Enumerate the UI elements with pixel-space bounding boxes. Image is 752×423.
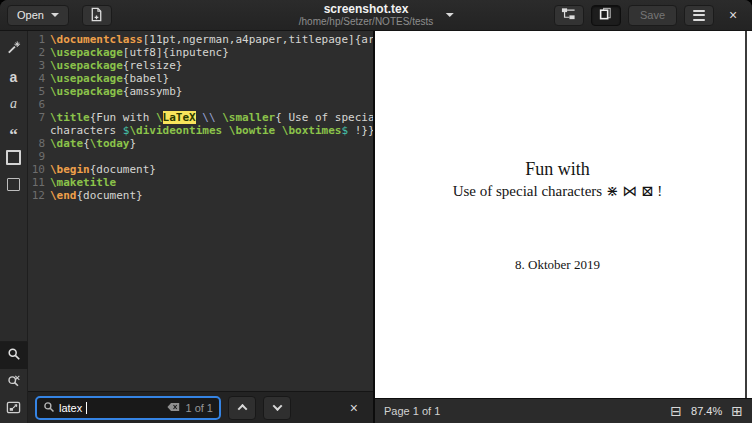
square-outline-icon <box>7 178 20 191</box>
italic-a-icon: a <box>10 96 17 112</box>
search-input[interactable]: latex 1 of 1 <box>35 396 221 420</box>
document-path: /home/hp/Setzer/NOTES/tests <box>299 16 434 27</box>
line-number: 6 <box>28 98 50 111</box>
build-log-button[interactable] <box>554 5 584 26</box>
save-button[interactable]: Save <box>628 5 677 26</box>
pdf-doc-subtitle: Use of special characters ⋇ ⋈ ⊠ ! <box>375 182 740 200</box>
magic-wand-icon <box>6 40 21 59</box>
code-text: \begin{document} <box>50 163 156 176</box>
code-line: characters $\divideontimes \bowtie \boxt… <box>28 124 373 137</box>
text-cursor <box>86 402 87 414</box>
chevron-down-icon <box>272 401 282 411</box>
pdf-page[interactable]: Fun with Use of special characters ⋇ ⋈ ⊠… <box>375 31 752 398</box>
line-number: 12 <box>28 189 50 202</box>
image-panel-icon <box>6 400 21 419</box>
zoom-out-button[interactable]: ⊟ <box>670 404 682 418</box>
punctuation-symbols-button[interactable]: “ <box>1 117 27 144</box>
header-actions: Save × <box>554 4 745 26</box>
code-line: 8\date{\today} <box>28 137 373 150</box>
main-area: a a “ <box>0 31 752 423</box>
search-count-wrap: 1 of 1 <box>167 402 213 414</box>
window-close-button[interactable]: × <box>721 4 745 26</box>
setzer-window: Open screenshot.tex /home/hp/Setzer/NOTE… <box>0 0 752 423</box>
search-icon <box>7 347 21 365</box>
pdf-doc-title: Fun with <box>375 159 740 179</box>
wizard-button[interactable] <box>1 36 27 63</box>
editor-pane: a a “ <box>0 31 375 423</box>
code-text: \documentclass[11pt,ngerman,a4paper,titl… <box>50 33 373 46</box>
zoom-in-button[interactable]: ⊞ <box>731 404 743 418</box>
search-close-button[interactable]: × <box>350 400 366 416</box>
code-line: 7\title{Fun with \LaTeX \\ \smaller{ Use… <box>28 111 373 124</box>
quotes-icon: “ <box>9 131 18 139</box>
zoom-controls: ⊟ 87.4% ⊞ <box>670 404 743 418</box>
code-text: \date{\today} <box>50 137 136 150</box>
preview-status-bar: Page 1 of 1 ⊟ 87.4% ⊞ <box>375 398 752 423</box>
code-text: \usepackage{relsize} <box>50 59 182 72</box>
code-line: 5\usepackage{amssymb} <box>28 85 373 98</box>
code-line: 9 <box>28 150 373 163</box>
code-line: 3\usepackage{relsize} <box>28 59 373 72</box>
sidebar-bottom-group <box>0 341 27 423</box>
find-replace-icon <box>7 374 21 392</box>
line-number <box>28 124 50 137</box>
search-bar: latex 1 of 1 <box>28 391 373 423</box>
chevron-down-icon <box>51 13 59 17</box>
frame-symbols-button[interactable] <box>1 144 27 171</box>
code-text: \title{Fun with \LaTeX \\ \smaller{ Use … <box>50 111 373 124</box>
page-status-label: Page 1 of 1 <box>384 405 440 417</box>
hamburger-menu-icon <box>693 10 705 21</box>
zoom-level-label: 87.4% <box>691 405 722 417</box>
document-title-switcher[interactable]: screenshot.tex /home/hp/Setzer/NOTES/tes… <box>299 3 454 27</box>
code-line: 4\usepackage{babel} <box>28 72 373 85</box>
new-document-button[interactable] <box>82 5 112 26</box>
code-text: \usepackage{amssymb} <box>50 85 182 98</box>
text-symbols-button[interactable]: a <box>1 63 27 90</box>
line-number: 9 <box>28 150 50 163</box>
code-text: \maketitle <box>50 176 116 189</box>
code-editor[interactable]: 1\documentclass[11pt,ngerman,a4paper,tit… <box>28 31 373 391</box>
line-number: 3 <box>28 59 50 72</box>
line-number: 4 <box>28 72 50 85</box>
code-line: 1\documentclass[11pt,ngerman,a4paper,tit… <box>28 33 373 46</box>
misc-symbols-button[interactable] <box>1 171 27 198</box>
new-document-icon <box>89 7 104 24</box>
find-replace-button[interactable] <box>1 369 27 396</box>
search-previous-button[interactable] <box>228 396 256 420</box>
line-number: 7 <box>28 111 50 124</box>
preview-toggle-button[interactable] <box>591 5 621 26</box>
line-number: 11 <box>28 176 50 189</box>
close-icon: × <box>729 7 737 23</box>
code-text: \usepackage[utf8]{inputenc} <box>50 46 229 59</box>
build-tree-icon <box>561 6 576 25</box>
line-number: 1 <box>28 33 50 46</box>
square-icon <box>6 150 21 165</box>
close-icon: × <box>350 400 358 416</box>
line-number: 10 <box>28 163 50 176</box>
bottom-panel-toggle-button[interactable] <box>1 396 27 423</box>
search-next-button[interactable] <box>263 396 291 420</box>
preview-pages-icon <box>598 6 613 25</box>
latin-a-icon: a <box>10 69 18 85</box>
open-button[interactable]: Open <box>7 5 69 26</box>
code-line: 12\end{document} <box>28 189 373 202</box>
chevron-up-icon <box>237 404 247 414</box>
open-button-label: Open <box>17 9 44 21</box>
editor-column: 1\documentclass[11pt,ngerman,a4paper,tit… <box>28 31 373 423</box>
greek-symbols-button[interactable]: a <box>1 90 27 117</box>
code-text: \usepackage{babel} <box>50 72 169 85</box>
clear-search-icon[interactable] <box>167 402 180 414</box>
code-line: 6 <box>28 98 373 111</box>
header-bar: Open screenshot.tex /home/hp/Setzer/NOTE… <box>0 0 752 31</box>
line-number: 5 <box>28 85 50 98</box>
menu-button[interactable] <box>684 5 714 26</box>
code-text: \end{document} <box>50 189 143 202</box>
preview-pane: Fun with Use of special characters ⋇ ⋈ ⊠… <box>375 31 752 423</box>
search-field-icon <box>43 399 55 417</box>
title-chevron-down-icon[interactable] <box>445 13 453 17</box>
preview-scrollbar[interactable] <box>745 31 747 398</box>
line-number: 2 <box>28 46 50 59</box>
search-toggle-button[interactable] <box>0 342 28 369</box>
search-query-text: latex <box>59 402 82 414</box>
pdf-title-block: Fun with Use of special characters ⋇ ⋈ ⊠… <box>375 159 740 200</box>
